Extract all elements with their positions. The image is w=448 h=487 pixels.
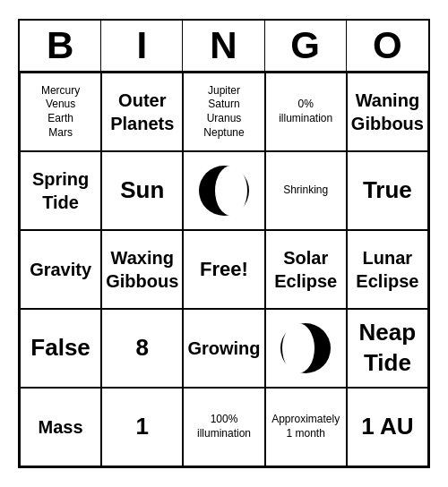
moon-waning-icon <box>197 164 251 218</box>
header-b: B <box>20 21 101 71</box>
bingo-cell-c04: Waning Gibbous <box>347 73 428 151</box>
bingo-card: B I N G O Mercury Venus Earth MarsOuter … <box>18 19 430 468</box>
moon-waxing-icon <box>279 321 332 375</box>
bingo-cell-c32: Growing <box>183 309 264 388</box>
bingo-cell-c43: Approximately 1 month <box>265 388 347 466</box>
bingo-cell-c20: Gravity <box>20 230 101 309</box>
svg-point-1 <box>215 166 247 216</box>
bingo-cell-c42: 100% illumination <box>183 388 264 466</box>
bingo-cell-c23: Solar Eclipse <box>265 230 347 309</box>
bingo-cell-c14: True <box>347 151 428 230</box>
bingo-cell-c13: Shrinking <box>265 151 347 230</box>
bingo-cell-c34: Neap Tide <box>347 309 428 388</box>
bingo-cell-c21: Waxing Gibbous <box>101 230 183 309</box>
header-g: G <box>265 21 347 71</box>
bingo-cell-c31: 8 <box>101 309 183 388</box>
bingo-cell-c03: 0% illumination <box>265 73 347 151</box>
bingo-cell-c24: Lunar Eclipse <box>347 230 428 309</box>
bingo-cell-c33 <box>265 309 347 388</box>
bingo-cell-c00: Mercury Venus Earth Mars <box>20 73 101 151</box>
header-n: N <box>183 21 264 71</box>
bingo-cell-c10: Spring Tide <box>20 151 101 230</box>
bingo-cell-c02: Jupiter Saturn Uranus Neptune <box>183 73 264 151</box>
bingo-cell-c41: 1 <box>101 388 183 466</box>
bingo-cell-c40: Mass <box>20 388 101 466</box>
bingo-cell-c30: False <box>20 309 101 388</box>
bingo-cell-c44: 1 AU <box>347 388 428 466</box>
svg-point-3 <box>282 323 314 373</box>
bingo-cell-c12 <box>183 151 264 230</box>
header-i: I <box>101 21 183 71</box>
bingo-cell-c11: Sun <box>101 151 183 230</box>
bingo-cell-c22: Free! <box>183 230 264 309</box>
bingo-cell-c01: Outer Planets <box>101 73 183 151</box>
bingo-header: B I N G O <box>20 21 428 73</box>
bingo-grid: Mercury Venus Earth MarsOuter PlanetsJup… <box>20 73 428 466</box>
header-o: O <box>347 21 428 71</box>
